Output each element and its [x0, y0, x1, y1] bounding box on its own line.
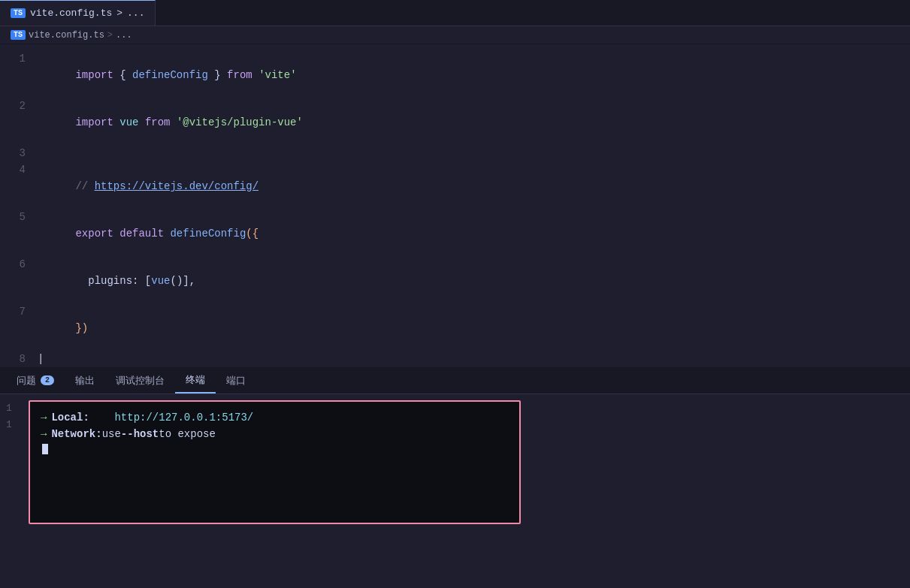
editor-area[interactable]: 1 import { defineConfig } from 'vite' 2 … — [0, 44, 910, 367]
tab-separator: > — [116, 8, 122, 19]
line-num-7: 7 — [0, 303, 38, 320]
token-import-1: import — [75, 69, 113, 81]
tab-output[interactable]: 输出 — [65, 367, 105, 394]
bottom-panel: 问题 2 输出 调试控制台 终端 端口 1 1 → Local: — [0, 367, 910, 576]
terminal-label-local: Local: — [51, 409, 89, 426]
tab-ellipsis: ... — [127, 8, 144, 19]
term-lnum-1: 1 — [6, 400, 23, 417]
terminal-network-post: to expose — [159, 426, 216, 442]
problems-badge: 2 — [41, 375, 54, 385]
tab-ports[interactable]: 端口 — [216, 367, 256, 394]
terminal-line-network: → Network: use --host to expose — [41, 426, 509, 442]
panel-tabs: 问题 2 输出 调试控制台 终端 端口 — [0, 367, 910, 394]
breadcrumb-ellipsis: ... — [116, 30, 132, 41]
code-line-4: 4 // https://vitejs.dev/config/ — [0, 161, 910, 209]
code-line-1: 1 import { defineConfig } from 'vite' — [0, 50, 910, 98]
tab-output-label: 输出 — [75, 374, 95, 387]
breadcrumb-separator: > — [107, 30, 113, 41]
line-content-6: plugins: [vue()], — [38, 256, 910, 306]
tab-vite-config[interactable]: TS vite.config.ts > ... — [0, 0, 156, 26]
tab-debug-console[interactable]: 调试控制台 — [105, 367, 175, 394]
tab-terminal[interactable]: 终端 — [175, 367, 216, 394]
term-lnum-2: 1 — [6, 417, 23, 433]
terminal-line-local: → Local: http://127.0.0.1:5173/ — [41, 409, 509, 426]
terminal-cursor — [42, 444, 48, 454]
terminal-area[interactable]: 1 1 → Local: http://127.0.0.1:5173/ → Ne… — [0, 394, 910, 576]
line-content-7: }) — [38, 303, 910, 353]
terminal-label-network: Network: — [51, 426, 101, 442]
line-content-2: import vue from '@vitejs/plugin-vue' — [38, 98, 910, 147]
terminal-box[interactable]: → Local: http://127.0.0.1:5173/ → Networ… — [29, 400, 521, 524]
tab-ports-label: 端口 — [226, 374, 246, 387]
terminal-local-spaces — [89, 409, 115, 426]
line-num-4: 4 — [0, 161, 38, 178]
terminal-cursor-line — [41, 444, 509, 454]
code-line-6: 6 plugins: [vue()], — [0, 256, 910, 303]
terminal-content-wrap: → Local: http://127.0.0.1:5173/ → Networ… — [23, 400, 910, 570]
terminal-network-pre: use — [102, 426, 121, 442]
tab-problems[interactable]: 问题 2 — [6, 367, 65, 394]
breadcrumb-ts-badge: TS — [11, 30, 26, 40]
tab-terminal-label: 终端 — [186, 373, 205, 387]
code-line-5: 5 export default defineConfig({ — [0, 209, 910, 256]
terminal-url: http://127.0.0.1:5173/ — [114, 409, 253, 426]
breadcrumb: TS vite.config.ts > ... — [0, 26, 910, 44]
line-num-2: 2 — [0, 98, 38, 114]
line-num-1: 1 — [0, 50, 38, 67]
line-content-8 — [38, 351, 910, 367]
line-num-6: 6 — [0, 256, 38, 273]
line-num-8: 8 — [0, 351, 38, 367]
tab-filename: vite.config.ts — [30, 8, 112, 19]
tab-debug-label: 调试控制台 — [116, 374, 165, 387]
code-line-3: 3 — [0, 145, 910, 161]
line-content-4: // https://vitejs.dev/config/ — [38, 161, 910, 211]
breadcrumb-filename: vite.config.ts — [29, 30, 104, 41]
line-num-5: 5 — [0, 209, 38, 225]
terminal-network-bold: --host — [121, 426, 159, 442]
ts-badge: TS — [11, 8, 26, 18]
code-line-8: 8 — [0, 351, 910, 367]
terminal-line-numbers: 1 1 — [0, 400, 23, 570]
terminal-arrow-local: → — [41, 409, 47, 426]
code-line-7: 7 }) — [0, 303, 910, 351]
line-num-3: 3 — [0, 145, 38, 161]
terminal-arrow-network: → — [41, 426, 47, 442]
tab-bar: TS vite.config.ts > ... — [0, 0, 910, 26]
code-line-2: 2 import vue from '@vitejs/plugin-vue' — [0, 98, 910, 145]
line-content-5: export default defineConfig({ — [38, 209, 910, 258]
tab-problems-label: 问题 — [17, 374, 36, 387]
line-content-1: import { defineConfig } from 'vite' — [38, 50, 910, 100]
